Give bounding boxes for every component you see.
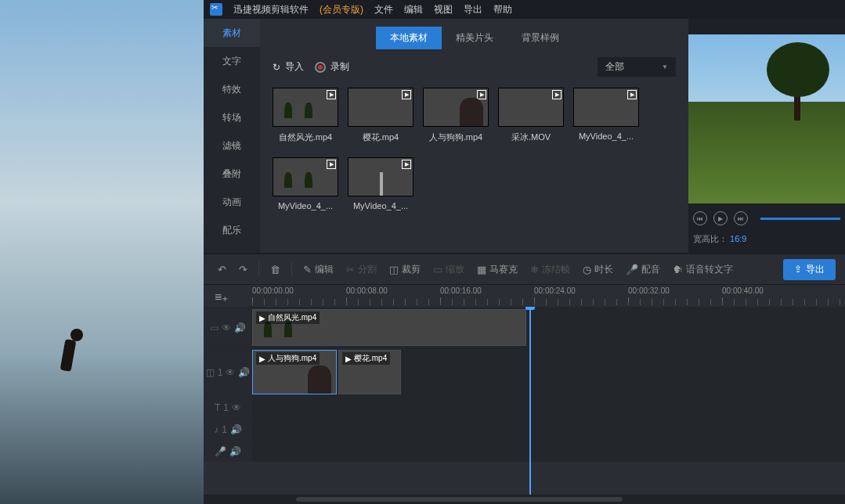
eye-icon[interactable]: 👁 [226,367,235,378]
dub-button[interactable]: 🎤配音 [621,260,665,279]
track-header[interactable]: ♪ 1 🔊 [204,419,252,440]
record-button[interactable]: 录制 [315,60,349,74]
category-sidebar: 素材 文字 特效 转场 滤镜 叠附 动画 配乐 [204,19,260,253]
preview-viewport[interactable] [688,34,845,203]
aspect-ratio: 宽高比： 16:9 [688,233,845,253]
scrollbar-thumb[interactable] [296,497,623,502]
media-filename: 采冰.MOV [498,131,564,143]
undo-button[interactable]: ↶ [213,261,231,279]
playback-slider[interactable] [760,218,840,220]
play-overlay-icon: ▶ [402,160,411,169]
chevron-down-icon: ▼ [662,63,668,70]
media-thumbnail: ▶ [273,88,338,127]
top-panels: 素材 文字 特效 转场 滤镜 叠附 动画 配乐 本地素材 精美片头 背景样例 ↻… [204,19,845,254]
pencil-icon: ✎ [303,264,312,275]
trash-icon: 🗑 [270,264,280,275]
track-body[interactable]: ▶自然风光.mp4 [252,308,845,347]
duration-button[interactable]: ◷时长 [578,260,618,279]
video-icon: ▶ [345,355,352,363]
speech-to-text-button[interactable]: 🗣语音转文字 [668,260,738,279]
media-item[interactable]: ▶ 人与狗狗.mp4 [423,88,489,143]
redo-icon: ↷ [239,264,247,275]
sidebar-item-overlays[interactable]: 叠附 [204,160,260,188]
time-ruler[interactable]: ≡₊ 00:00:00.00 00:00:08.00 00:00:16.00 0… [204,285,845,307]
aspect-label: 宽高比： [693,234,728,243]
menu-help[interactable]: 帮助 [493,3,512,16]
mic-track-icon: 🎤 [215,446,226,457]
sidebar-item-music[interactable]: 配乐 [204,216,260,244]
speaker-icon[interactable]: 🔊 [238,367,250,378]
menu-file[interactable]: 文件 [374,3,393,16]
playhead[interactable] [529,307,531,495]
record-label: 录制 [330,60,349,74]
speaker-icon[interactable]: 🔊 [230,424,242,435]
media-item[interactable]: ▶ MyVideo_4_... [348,157,413,211]
sidebar-item-animation[interactable]: 动画 [204,188,260,216]
menu-edit[interactable]: 编辑 [404,3,423,16]
timeline-clip[interactable]: ▶人与狗狗.mp4 [252,350,337,394]
media-item[interactable]: ▶ MyVideo_4_... [273,157,338,211]
app-logo-icon [210,3,222,16]
track-body[interactable] [252,441,845,462]
split-button[interactable]: ✂分割 [341,260,381,279]
track-body[interactable] [252,397,845,418]
clip-label: ▶人与狗狗.mp4 [256,352,320,365]
media-filename: 樱花.mp4 [348,131,413,143]
sidebar-item-transitions[interactable]: 转场 [204,103,260,131]
track-body[interactable]: ▶人与狗狗.mp4 ▶樱花.mp4 [252,348,845,396]
zoom-button[interactable]: ▭缩放 [428,260,469,279]
timeline-clip[interactable]: ▶自然风光.mp4 [252,309,526,346]
time-mark: 00:00:00.00 [252,286,294,295]
track-body[interactable] [252,419,845,440]
timeline-clip[interactable]: ▶樱花.mp4 [338,350,401,394]
media-filename: MyVideo_4_... [273,201,338,211]
time-mark: 00:00:16.00 [440,286,482,295]
track-header[interactable]: T 1 👁 [204,397,252,418]
next-frame-button[interactable]: ⏭ [734,211,748,225]
import-button[interactable]: ↻ 导入 [273,60,304,74]
play-button[interactable]: ▶ [713,211,728,225]
aspect-value[interactable]: 16:9 [730,234,746,243]
edit-clip-button[interactable]: ✎编辑 [298,260,338,279]
sidebar-item-text[interactable]: 文字 [204,47,260,75]
add-track-button[interactable]: ≡₊ [215,290,228,304]
ruler-marks: 00:00:00.00 00:00:08.00 00:00:16.00 00:0… [252,285,845,307]
edit-toolbar: ↶ ↷ 🗑 ✎编辑 ✂分割 ◫裁剪 ▭缩放 ▦马赛克 ❄冻结帧 ◷时长 🎤配音 … [204,254,845,285]
play-overlay-icon: ▶ [627,90,637,99]
delete-button[interactable]: 🗑 [265,261,285,279]
scissors-icon: ✂ [346,264,355,275]
timeline-scrollbar[interactable] [204,495,845,504]
media-item[interactable]: ▶ 樱花.mp4 [348,88,413,143]
media-item[interactable]: ▶ 采冰.MOV [498,88,564,143]
sidebar-item-filters[interactable]: 滤镜 [204,131,260,160]
export-button[interactable]: ⇪导出 [783,259,836,280]
ruler-ticks [252,299,845,305]
prev-frame-button[interactable]: ⏮ [693,211,707,225]
tab-local-media[interactable]: 本地素材 [376,27,442,49]
speaker-icon[interactable]: 🔊 [234,322,246,333]
speaker-icon[interactable]: 🔊 [229,446,241,457]
sidebar-item-media[interactable]: 素材 [204,19,260,47]
media-thumbnail: ▶ [273,157,338,196]
eye-icon[interactable]: 👁 [222,322,231,333]
crop-button[interactable]: ◫裁剪 [385,260,425,279]
zoom-icon: ▭ [433,264,442,275]
menu-view[interactable]: 视图 [434,3,453,16]
sidebar-item-effects[interactable]: 特效 [204,75,260,103]
filter-label: 全部 [605,60,624,74]
eye-icon[interactable]: 👁 [232,402,241,413]
time-mark: 00:00:32.00 [628,286,670,295]
pip-track-icon: ◫ [206,367,215,378]
track-header[interactable]: ▭ 👁 🔊 [204,308,252,347]
tab-intros[interactable]: 精美片头 [442,27,507,49]
filter-dropdown[interactable]: 全部 ▼ [598,57,676,77]
redo-button[interactable]: ↷ [234,261,252,279]
track-header[interactable]: ◫ 1 👁 🔊 [204,348,252,396]
mosaic-button[interactable]: ▦马赛克 [472,260,522,279]
media-item[interactable]: ▶ 自然风光.mp4 [273,88,338,143]
freeze-button[interactable]: ❄冻结帧 [525,260,575,279]
menu-export[interactable]: 导出 [464,3,482,16]
tab-backgrounds[interactable]: 背景样例 [507,27,573,49]
media-item[interactable]: ▶ MyVideo_4_... [573,88,639,143]
track-header[interactable]: 🎤 🔊 [204,441,252,462]
